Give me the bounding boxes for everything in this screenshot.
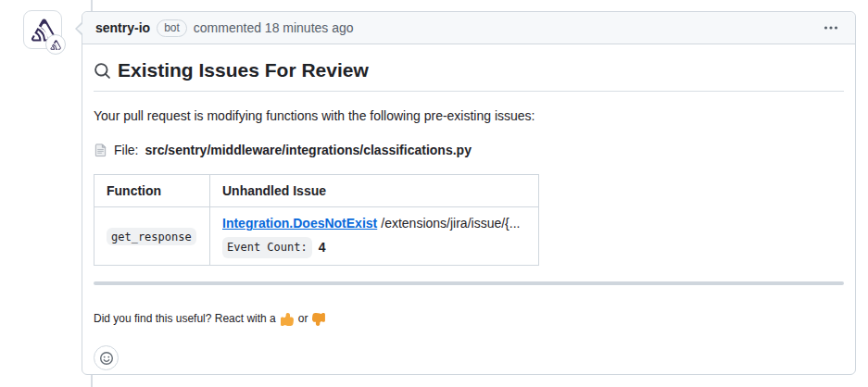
column-header-issue: Unhandled Issue	[210, 174, 539, 206]
bot-badge: bot	[157, 19, 187, 37]
thumbs-down-icon	[312, 313, 325, 326]
add-reaction-button[interactable]	[94, 345, 119, 370]
file-line: File: src/sentry/middleware/integrations…	[94, 141, 844, 159]
comment-card: sentry-io bot commented 18 minutes ago E…	[82, 11, 856, 375]
thumbs-up-icon	[281, 313, 294, 326]
event-count-value: 4	[319, 238, 326, 256]
function-cell: get_response	[94, 207, 210, 266]
event-count-label: Event Count:	[222, 237, 312, 257]
function-name-code: get_response	[107, 228, 196, 245]
section-heading: Existing Issues For Review	[94, 58, 844, 92]
issue-link[interactable]: Integration.DoesNotExist	[222, 216, 377, 231]
document-icon	[94, 143, 107, 157]
feedback-note: Did you find this useful? React with a o…	[94, 311, 844, 327]
issues-table: Function Unhandled Issue get_response In…	[94, 174, 539, 266]
file-label: File:	[114, 141, 138, 159]
author-link[interactable]: sentry-io	[95, 20, 150, 35]
sentry-logo-small-icon	[50, 40, 61, 50]
section-heading-text: Existing Issues For Review	[118, 58, 369, 82]
table-row: get_response Integration.DoesNotExist/ex…	[94, 207, 539, 266]
comment-options-button[interactable]	[822, 19, 840, 37]
feedback-or: or	[298, 311, 308, 327]
smiley-icon	[99, 351, 114, 366]
issue-line: Integration.DoesNotExist/extensions/jira…	[222, 214, 526, 232]
issue-cell: Integration.DoesNotExist/extensions/jira…	[210, 207, 539, 266]
comment-header: sentry-io bot commented 18 minutes ago	[82, 12, 855, 44]
column-header-function: Function	[94, 174, 210, 206]
avatar-bot-badge	[45, 34, 66, 55]
kebab-horizontal-icon	[824, 20, 838, 35]
table-header-row: Function Unhandled Issue	[94, 174, 539, 206]
comment-timestamp: commented 18 minutes ago	[194, 20, 354, 35]
event-count-line: Event Count: 4	[222, 237, 526, 257]
file-path: src/sentry/middleware/integrations/class…	[145, 141, 471, 159]
comment-body: Existing Issues For Review Your pull req…	[82, 44, 855, 381]
issue-transaction-path: /extensions/jira/issue/{...	[381, 216, 520, 231]
horizontal-rule	[94, 281, 844, 285]
feedback-question: Did you find this useful? React with a	[94, 311, 276, 327]
github-pr-timeline: sentry-io bot commented 18 minutes ago E…	[0, 0, 868, 387]
comment-caret-fill	[77, 23, 83, 34]
intro-text: Your pull request is modifying functions…	[94, 106, 844, 125]
magnifying-glass-icon	[94, 62, 111, 80]
